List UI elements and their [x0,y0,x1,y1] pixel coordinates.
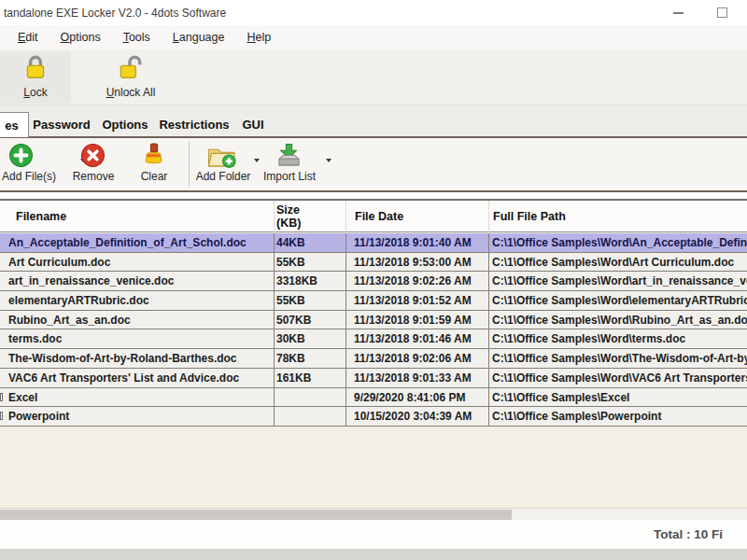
import-list-icon[interactable] [276,143,302,172]
column-header-size[interactable]: Size (KB) [276,203,301,230]
window-bottom-strip [0,549,747,560]
window-title: tandalone EXE Locker V2.0 - 4dots Softwa… [4,7,226,20]
files-toolbar: Add File(s) Remove Clear [0,138,747,190]
status-bar: Total : 10 Fi [0,520,747,549]
minimize-icon [673,12,684,14]
lock-open-icon [117,53,145,85]
tab-options[interactable]: Options [97,113,153,136]
expand-box-partial[interactable] [0,393,3,401]
menu-help[interactable]: Help [242,29,275,46]
table-row[interactable]: Rubino_Art_as_an.doc 507KB 11/13/2018 9:… [0,311,747,330]
expand-box-partial[interactable] [0,412,3,420]
menu-bar: Edit Options Tools Language Help [0,25,747,49]
tab-files[interactable]: es [0,112,29,137]
scrollbar-thumb[interactable] [0,510,512,520]
add-folder-button[interactable]: Add Folder [194,170,252,183]
table-row[interactable]: elementaryARTRubric.doc 55KB 11/13/2018 … [0,291,747,311]
table-row[interactable]: An_Acceptable_Definition_of_Art_Schol.do… [0,233,747,253]
menu-language[interactable]: Language [168,29,230,46]
toolbar-separator [189,142,190,186]
clear-brush-icon[interactable] [142,143,165,172]
title-bar: tandalone EXE Locker V2.0 - 4dots Softwa… [0,0,747,25]
maximize-icon [717,7,727,18]
remove-button[interactable]: Remove [71,170,116,183]
unlock-all-button[interactable]: Unlock All [78,51,183,104]
table-row[interactable]: Excel 9/29/2020 8:41:06 PM C:\1\Office S… [0,388,747,408]
table-row[interactable]: terms.doc 30KB 11/13/2018 9:01:46 AM C:\… [0,329,747,349]
column-header-filename[interactable]: Filename [16,210,66,223]
menu-tools[interactable]: Tools [119,29,155,46]
table-row[interactable]: VAC6 Art Transporters' List and Advice.d… [0,369,747,388]
tab-restrictions[interactable]: Restrictions [155,113,233,136]
maximize-button[interactable] [700,0,743,25]
lock-button[interactable]: Lock [0,51,71,104]
tab-bar: es Password Options Restrictions GUI [0,105,747,137]
tab-password[interactable]: Password [28,113,95,136]
lock-label: Lock [23,86,47,99]
horizontal-scrollbar[interactable] [0,508,747,520]
table-rows: An_Acceptable_Definition_of_Art_Schol.do… [0,233,747,427]
table-header: Filename Size (KB) File Date Full File P… [0,201,747,232]
main-toolbar: Lock Unlock All [0,49,747,105]
table-row[interactable]: art_in_renaissance_venice.doc 3318KB 11/… [0,272,747,291]
column-header-path[interactable]: Full File Path [493,210,566,223]
total-files-label: Total : 10 Fi [654,527,723,541]
app-window: tandalone EXE Locker V2.0 - 4dots Softwa… [0,0,747,560]
file-table: Filename Size (KB) File Date Full File P… [0,199,747,508]
table-row[interactable]: Art Curriculum.doc 55KB 11/13/2018 9:53:… [0,253,747,273]
add-folder-dropdown-icon[interactable] [254,159,260,162]
import-list-dropdown-icon[interactable] [326,159,331,162]
table-row[interactable]: Powerpoint 10/15/2020 3:04:39 AM C:\1\Of… [0,407,747,427]
remove-icon[interactable] [80,143,106,172]
column-header-date[interactable]: File Date [355,210,403,223]
minimize-button[interactable] [656,0,699,25]
menu-options[interactable]: Options [56,29,106,46]
table-row[interactable]: The-Wisdom-of-Art-by-Roland-Barthes.doc … [0,349,747,369]
add-icon[interactable] [8,143,34,172]
tab-gui[interactable]: GUI [235,113,271,136]
clear-button[interactable]: Clear [138,170,170,183]
lock-closed-icon [21,53,49,85]
import-list-button[interactable]: Import List [263,170,316,183]
add-folder-icon[interactable] [206,144,236,173]
unlock-all-label: Unlock All [106,86,156,99]
divider [0,190,747,192]
add-files-button[interactable]: Add File(s) [0,170,60,183]
menu-edit[interactable]: Edit [13,29,43,46]
